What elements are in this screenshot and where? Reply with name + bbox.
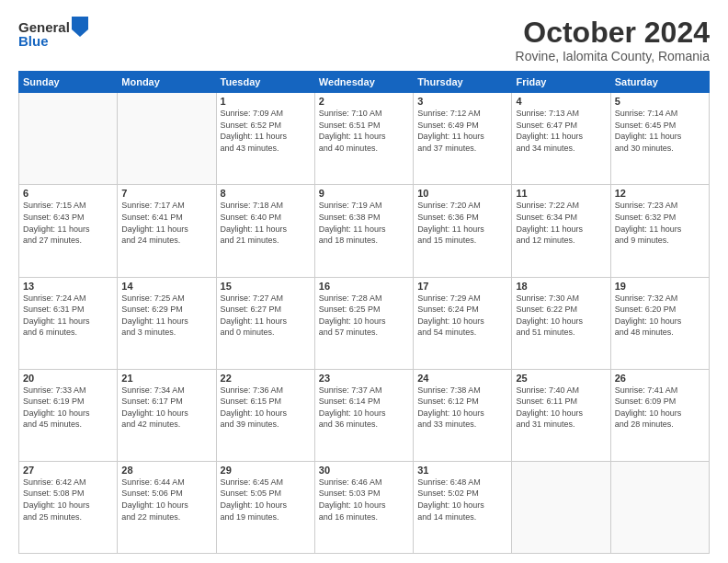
day-info: Sunrise: 7:20 AM Sunset: 6:36 PM Dayligh…	[417, 200, 507, 246]
calendar-week-row: 1Sunrise: 7:09 AM Sunset: 6:52 PM Daylig…	[19, 93, 710, 185]
calendar-cell: 30Sunrise: 6:46 AM Sunset: 5:03 PM Dayli…	[314, 461, 413, 553]
day-number: 12	[615, 188, 705, 199]
calendar-cell: 31Sunrise: 6:48 AM Sunset: 5:02 PM Dayli…	[414, 461, 512, 553]
calendar-cell: 10Sunrise: 7:20 AM Sunset: 6:36 PM Dayli…	[414, 185, 512, 277]
calendar-cell: 12Sunrise: 7:23 AM Sunset: 6:32 PM Dayli…	[610, 185, 709, 277]
weekday-header: Saturday	[610, 72, 709, 93]
day-info: Sunrise: 7:14 AM Sunset: 6:45 PM Dayligh…	[615, 108, 705, 154]
calendar-cell: 9Sunrise: 7:19 AM Sunset: 6:38 PM Daylig…	[314, 185, 413, 277]
calendar-week-row: 13Sunrise: 7:24 AM Sunset: 6:31 PM Dayli…	[19, 277, 710, 369]
day-info: Sunrise: 7:30 AM Sunset: 6:22 PM Dayligh…	[516, 293, 606, 339]
day-info: Sunrise: 7:41 AM Sunset: 6:09 PM Dayligh…	[615, 385, 705, 431]
day-info: Sunrise: 6:42 AM Sunset: 5:08 PM Dayligh…	[23, 477, 113, 523]
calendar-cell: 5Sunrise: 7:14 AM Sunset: 6:45 PM Daylig…	[610, 93, 709, 185]
day-number: 29	[221, 465, 311, 476]
calendar-table: SundayMondayTuesdayWednesdayThursdayFrid…	[18, 71, 710, 554]
day-number: 30	[319, 465, 409, 476]
day-number: 6	[23, 188, 113, 199]
calendar-cell: 22Sunrise: 7:36 AM Sunset: 6:15 PM Dayli…	[216, 369, 314, 461]
day-number: 11	[516, 188, 606, 199]
day-info: Sunrise: 7:38 AM Sunset: 6:12 PM Dayligh…	[417, 385, 507, 431]
day-number: 2	[319, 96, 409, 107]
day-number: 23	[319, 373, 409, 384]
day-number: 28	[121, 465, 211, 476]
weekday-header: Monday	[118, 72, 216, 93]
day-number: 15	[221, 281, 311, 292]
day-number: 8	[221, 188, 311, 199]
calendar-cell: 25Sunrise: 7:40 AM Sunset: 6:11 PM Dayli…	[512, 369, 610, 461]
page: General Blue October 2024 Rovine, Ialomi…	[0, 0, 728, 563]
calendar-cell: 23Sunrise: 7:37 AM Sunset: 6:14 PM Dayli…	[314, 369, 413, 461]
calendar-cell: 8Sunrise: 7:18 AM Sunset: 6:40 PM Daylig…	[216, 185, 314, 277]
day-info: Sunrise: 7:19 AM Sunset: 6:38 PM Dayligh…	[319, 200, 409, 246]
day-number: 27	[23, 465, 113, 476]
day-info: Sunrise: 6:48 AM Sunset: 5:02 PM Dayligh…	[417, 477, 507, 523]
day-info: Sunrise: 7:27 AM Sunset: 6:27 PM Dayligh…	[221, 293, 311, 339]
day-info: Sunrise: 6:45 AM Sunset: 5:05 PM Dayligh…	[221, 477, 311, 523]
calendar-cell: 4Sunrise: 7:13 AM Sunset: 6:47 PM Daylig…	[512, 93, 610, 185]
logo-blue-text: Blue	[18, 33, 49, 49]
calendar-header-row: SundayMondayTuesdayWednesdayThursdayFrid…	[19, 72, 710, 93]
calendar-cell: 29Sunrise: 6:45 AM Sunset: 5:05 PM Dayli…	[216, 461, 314, 553]
day-info: Sunrise: 6:44 AM Sunset: 5:06 PM Dayligh…	[121, 477, 211, 523]
day-number: 25	[516, 373, 606, 384]
day-info: Sunrise: 7:10 AM Sunset: 6:51 PM Dayligh…	[319, 108, 409, 154]
day-info: Sunrise: 7:17 AM Sunset: 6:41 PM Dayligh…	[121, 200, 211, 246]
calendar-cell: 6Sunrise: 7:15 AM Sunset: 6:43 PM Daylig…	[19, 185, 118, 277]
day-number: 22	[221, 373, 311, 384]
calendar-cell	[118, 93, 216, 185]
day-info: Sunrise: 7:29 AM Sunset: 6:24 PM Dayligh…	[417, 293, 507, 339]
day-number: 31	[417, 465, 507, 476]
day-number: 1	[221, 96, 311, 107]
calendar-cell: 28Sunrise: 6:44 AM Sunset: 5:06 PM Dayli…	[118, 461, 216, 553]
day-number: 5	[615, 96, 705, 107]
day-info: Sunrise: 7:40 AM Sunset: 6:11 PM Dayligh…	[516, 385, 606, 431]
calendar-cell: 26Sunrise: 7:41 AM Sunset: 6:09 PM Dayli…	[610, 369, 709, 461]
header: General Blue October 2024 Rovine, Ialomi…	[18, 17, 710, 63]
day-number: 19	[615, 281, 705, 292]
calendar-cell: 14Sunrise: 7:25 AM Sunset: 6:29 PM Dayli…	[118, 277, 216, 369]
day-info: Sunrise: 7:15 AM Sunset: 6:43 PM Dayligh…	[23, 200, 113, 246]
day-info: Sunrise: 6:46 AM Sunset: 5:03 PM Dayligh…	[319, 477, 409, 523]
day-number: 9	[319, 188, 409, 199]
day-number: 4	[516, 96, 606, 107]
weekday-header: Tuesday	[216, 72, 314, 93]
logo: General Blue	[18, 17, 88, 49]
calendar-cell: 27Sunrise: 6:42 AM Sunset: 5:08 PM Dayli…	[19, 461, 118, 553]
calendar-cell: 16Sunrise: 7:28 AM Sunset: 6:25 PM Dayli…	[314, 277, 413, 369]
calendar-cell: 18Sunrise: 7:30 AM Sunset: 6:22 PM Dayli…	[512, 277, 610, 369]
calendar-cell: 15Sunrise: 7:27 AM Sunset: 6:27 PM Dayli…	[216, 277, 314, 369]
day-info: Sunrise: 7:32 AM Sunset: 6:20 PM Dayligh…	[615, 293, 705, 339]
day-number: 16	[319, 281, 409, 292]
day-number: 24	[417, 373, 507, 384]
day-info: Sunrise: 7:24 AM Sunset: 6:31 PM Dayligh…	[23, 293, 113, 339]
day-info: Sunrise: 7:33 AM Sunset: 6:19 PM Dayligh…	[23, 385, 113, 431]
calendar-week-row: 20Sunrise: 7:33 AM Sunset: 6:19 PM Dayli…	[19, 369, 710, 461]
day-number: 10	[417, 188, 507, 199]
day-info: Sunrise: 7:25 AM Sunset: 6:29 PM Dayligh…	[121, 293, 211, 339]
calendar-cell: 2Sunrise: 7:10 AM Sunset: 6:51 PM Daylig…	[314, 93, 413, 185]
calendar-cell: 3Sunrise: 7:12 AM Sunset: 6:49 PM Daylig…	[414, 93, 512, 185]
calendar-cell: 21Sunrise: 7:34 AM Sunset: 6:17 PM Dayli…	[118, 369, 216, 461]
calendar-cell	[512, 461, 610, 553]
day-info: Sunrise: 7:23 AM Sunset: 6:32 PM Dayligh…	[615, 200, 705, 246]
logo-general-text: General	[18, 19, 70, 35]
calendar-week-row: 27Sunrise: 6:42 AM Sunset: 5:08 PM Dayli…	[19, 461, 710, 553]
day-number: 26	[615, 373, 705, 384]
svg-marker-0	[72, 17, 88, 37]
day-info: Sunrise: 7:09 AM Sunset: 6:52 PM Dayligh…	[221, 108, 311, 154]
day-number: 18	[516, 281, 606, 292]
weekday-header: Wednesday	[314, 72, 413, 93]
day-number: 14	[121, 281, 211, 292]
day-info: Sunrise: 7:36 AM Sunset: 6:15 PM Dayligh…	[221, 385, 311, 431]
day-info: Sunrise: 7:28 AM Sunset: 6:25 PM Dayligh…	[319, 293, 409, 339]
day-number: 13	[23, 281, 113, 292]
title-block: October 2024 Rovine, Ialomita County, Ro…	[516, 17, 710, 63]
calendar-cell: 24Sunrise: 7:38 AM Sunset: 6:12 PM Dayli…	[414, 369, 512, 461]
calendar-cell: 20Sunrise: 7:33 AM Sunset: 6:19 PM Dayli…	[19, 369, 118, 461]
day-number: 21	[121, 373, 211, 384]
calendar-cell	[610, 461, 709, 553]
calendar-cell: 7Sunrise: 7:17 AM Sunset: 6:41 PM Daylig…	[118, 185, 216, 277]
day-info: Sunrise: 7:37 AM Sunset: 6:14 PM Dayligh…	[319, 385, 409, 431]
day-info: Sunrise: 7:13 AM Sunset: 6:47 PM Dayligh…	[516, 108, 606, 154]
